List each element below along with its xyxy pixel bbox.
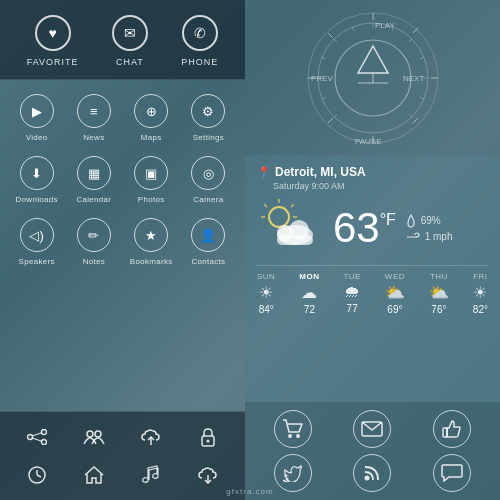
chat-bubble-icon[interactable]	[433, 454, 471, 492]
bottom-bar	[0, 411, 245, 500]
app-bookmarks[interactable]: ★ Bookmarks	[125, 218, 177, 266]
svg-text:NEXT: NEXT	[403, 74, 424, 83]
cart-icon[interactable]	[274, 410, 312, 448]
app-notes[interactable]: ✏ Notes	[68, 218, 120, 266]
cloud-upload-icon[interactable]	[136, 422, 166, 452]
svg-line-4	[32, 438, 42, 441]
settings-icon: ⚙	[191, 94, 225, 128]
svg-point-2	[41, 440, 46, 445]
app-contacts[interactable]: 👤 Contacts	[182, 218, 234, 266]
social-row-1	[253, 410, 492, 448]
svg-line-47	[291, 204, 294, 207]
calendar-label: Calendar	[76, 195, 111, 204]
speakers-label: Speakers	[19, 257, 55, 266]
svg-line-39	[352, 27, 354, 31]
forecast-thu-icon: ⛅	[429, 283, 449, 302]
svg-point-9	[207, 440, 210, 443]
svg-rect-58	[443, 428, 447, 437]
photos-label: Photos	[138, 195, 165, 204]
svg-line-35	[420, 57, 424, 59]
svg-point-0	[27, 435, 32, 440]
music-area: PLAY NEXT PREV PAUSE	[245, 0, 500, 155]
app-camera[interactable]: ◎ Camera	[182, 156, 234, 204]
speakers-icon: ◁)	[20, 218, 54, 252]
location-pin-icon: 📍	[257, 166, 271, 179]
video-label: Video	[26, 133, 48, 142]
app-maps[interactable]: ⊕ Maps	[125, 94, 177, 142]
compass-svg: PLAY NEXT PREV PAUSE	[303, 8, 443, 148]
contacts-label: Contacts	[191, 257, 225, 266]
forecast-wed: WED ⛅ 69°	[385, 272, 405, 315]
apps-row-3: ◁) Speakers ✏ Notes ★ Bookmarks 👤 Contac…	[8, 218, 237, 266]
app-news[interactable]: ≡ News	[68, 94, 120, 142]
maps-label: Maps	[141, 133, 162, 142]
notes-icon: ✏	[77, 218, 111, 252]
thumbs-up-icon[interactable]	[433, 410, 471, 448]
top-bar-item-phone[interactable]: ✆ PHONE	[181, 15, 218, 67]
cloud-download-icon[interactable]	[193, 460, 223, 490]
svg-line-24	[328, 33, 333, 38]
settings-label: Settings	[193, 133, 224, 142]
right-panel: PLAY NEXT PREV PAUSE	[245, 0, 500, 500]
news-icon: ≡	[77, 94, 111, 128]
share-icon[interactable]	[22, 422, 52, 452]
app-speakers[interactable]: ◁) Speakers	[11, 218, 63, 266]
svg-line-26	[328, 118, 333, 123]
home-icon[interactable]	[79, 460, 109, 490]
forecast-tue-icon: 🌧	[344, 283, 360, 301]
camera-icon: ◎	[191, 156, 225, 190]
bookmarks-label: Bookmarks	[130, 257, 173, 266]
music-icon[interactable]	[136, 460, 166, 490]
lock-icon[interactable]	[193, 422, 223, 452]
app-settings[interactable]: ⚙ Settings	[182, 94, 234, 142]
svg-line-3	[32, 433, 42, 436]
weather-stats: 69% 1 mph	[406, 214, 453, 242]
top-bar-item-chat[interactable]: ✉ CHAT	[112, 15, 148, 67]
photos-icon: ▣	[134, 156, 168, 190]
chat-label: CHAT	[116, 57, 144, 67]
phone-icon: ✆	[182, 15, 218, 51]
svg-marker-17	[358, 46, 388, 73]
camera-label: Camera	[193, 195, 223, 204]
apps-row-1: ▶ Video ≡ News ⊕ Maps ⚙ Settings	[8, 94, 237, 142]
svg-line-44	[334, 114, 337, 117]
app-downloads[interactable]: ⬇ Downloads	[11, 156, 63, 204]
top-bar-item-favorite[interactable]: ♥ FAVORITE	[27, 15, 79, 67]
svg-line-37	[420, 97, 424, 99]
social-row-2	[253, 454, 492, 492]
calendar-icon: ▦	[77, 156, 111, 190]
forecast-tue: TUE 🌧 77	[343, 272, 361, 315]
social-area	[245, 402, 500, 500]
clock-icon[interactable]	[22, 460, 52, 490]
group-icon[interactable]	[79, 422, 109, 452]
app-video[interactable]: ▶ Video	[11, 94, 63, 142]
weather-condition-icon	[257, 197, 327, 259]
svg-point-45	[269, 207, 289, 227]
svg-line-41	[322, 57, 326, 59]
svg-line-50	[264, 204, 267, 207]
downloads-icon: ⬇	[20, 156, 54, 190]
main-container: ♥ FAVORITE ✉ CHAT ✆ PHONE ▶ Video ≡	[0, 0, 500, 500]
weather-date: Saturday 9:00 AM	[273, 181, 488, 191]
forecast-mon-icon: ☁	[301, 283, 317, 302]
email-social-icon[interactable]	[353, 410, 391, 448]
twitter-icon[interactable]	[274, 454, 312, 492]
apps-grid: ▶ Video ≡ News ⊕ Maps ⚙ Settings	[0, 80, 245, 411]
weather-main: 63 °F 69% 1 mph	[257, 197, 488, 259]
forecast-sun: SUN ☀ 84°	[257, 272, 275, 315]
rss-icon[interactable]	[353, 454, 391, 492]
weather-temperature: 63	[333, 207, 380, 249]
app-photos[interactable]: ▣ Photos	[125, 156, 177, 204]
notes-label: Notes	[83, 257, 105, 266]
forecast-wed-icon: ⛅	[385, 283, 405, 302]
maps-icon: ⊕	[134, 94, 168, 128]
app-calendar[interactable]: ▦ Calendar	[68, 156, 120, 204]
phone-label: PHONE	[181, 57, 218, 67]
svg-text:PAUSE: PAUSE	[355, 137, 382, 146]
news-label: News	[83, 133, 104, 142]
forecast-mon: MON ☁ 72	[299, 272, 319, 315]
downloads-label: Downloads	[15, 195, 57, 204]
watermark: gfxtra.com	[226, 487, 273, 496]
bottom-bar-row-1	[8, 422, 237, 452]
svg-text:PLAY: PLAY	[375, 21, 396, 30]
